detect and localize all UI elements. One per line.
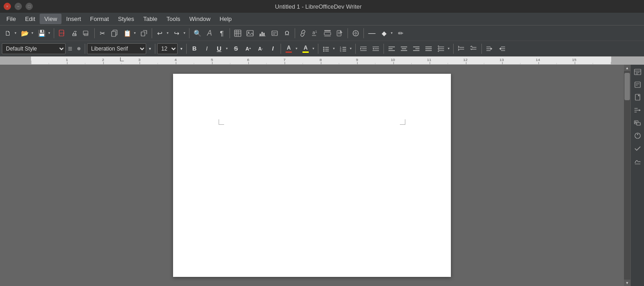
print-button[interactable]: 🖨 (68, 27, 80, 39)
shapes-btn-group[interactable]: ◆ ▾ (378, 27, 394, 40)
highlight-arrow[interactable]: ▾ (311, 43, 316, 55)
insert-special-char-button[interactable]: Ω (281, 27, 293, 39)
scroll-thumb[interactable] (624, 73, 630, 100)
para-spacing-increase-button[interactable] (455, 43, 467, 55)
para-spacing-decrease-button[interactable] (468, 43, 480, 55)
sidebar-styles-icon[interactable] (632, 79, 643, 90)
align-left-button[interactable] (386, 43, 398, 55)
character-style-button[interactable]: A (204, 27, 215, 39)
insert-image-button[interactable] (244, 27, 256, 39)
rtl-button[interactable] (496, 43, 508, 55)
list-bullet-btn-group[interactable]: ▾ (320, 42, 337, 55)
menu-styles[interactable]: Styles (113, 14, 138, 24)
copy-button[interactable] (109, 27, 121, 39)
font-name-arrow[interactable]: ▾ (147, 43, 153, 55)
style-list-button[interactable] (66, 43, 74, 55)
character-shadow-button[interactable]: I (267, 43, 279, 55)
minimize-button[interactable]: − (15, 3, 22, 10)
font-size-arrow[interactable]: ▾ (178, 43, 184, 55)
save-arrow[interactable]: ▾ (47, 27, 51, 39)
undo-btn-group[interactable]: ↩ ▾ (154, 27, 170, 40)
open-document-arrow[interactable]: ▾ (30, 27, 35, 39)
paste-arrow[interactable]: ▾ (133, 27, 137, 39)
indent-increase-button[interactable] (370, 43, 382, 55)
sidebar-navigator-2-icon[interactable] (632, 130, 643, 141)
menu-view[interactable]: View (40, 14, 61, 24)
strikethrough-button[interactable]: S (230, 43, 242, 55)
new-document-button[interactable]: 🗋 (2, 27, 13, 39)
italic-button[interactable]: I (201, 43, 213, 55)
menu-window[interactable]: Window (185, 14, 215, 24)
menu-format[interactable]: Format (86, 14, 113, 24)
shapes-arrow[interactable]: ▾ (389, 27, 394, 39)
highlight-button[interactable]: A (300, 43, 311, 55)
open-document-button[interactable]: 📂 (19, 27, 30, 39)
menu-insert[interactable]: Insert (61, 14, 86, 24)
vertical-scrollbar[interactable]: ▲ ▼ (624, 65, 630, 286)
clone-formatting-button[interactable] (138, 27, 150, 39)
navigator-button[interactable] (350, 27, 362, 39)
undo-arrow[interactable]: ▾ (165, 27, 170, 39)
list-bullet-arrow[interactable]: ▾ (332, 43, 336, 55)
ruler-content[interactable]: 1 2 3 4 5 6 7 8 9 10 11 12 13 14 15 (31, 56, 611, 64)
line-spacing-button[interactable] (435, 43, 446, 55)
insert-chart-button[interactable] (256, 27, 268, 39)
menu-table[interactable]: Table (138, 14, 162, 24)
underline-arrow[interactable]: ▾ (225, 43, 229, 55)
align-right-button[interactable] (410, 43, 422, 55)
menu-tools[interactable]: Tools (162, 14, 184, 24)
highlight-btn-group[interactable]: A ▾ (300, 42, 316, 55)
redo-btn-group[interactable]: ↪ ▾ (171, 27, 187, 40)
superscript-button[interactable]: A+ (242, 43, 254, 55)
font-name-select[interactable]: Liberation Serif (87, 43, 146, 54)
formatting-marks-button[interactable]: ¶ (216, 27, 228, 39)
page-break-button[interactable] (334, 27, 346, 39)
redo-button[interactable]: ↪ (171, 27, 182, 39)
sidebar-properties-icon[interactable] (632, 66, 643, 77)
sidebar-navigator-icon[interactable] (632, 105, 643, 116)
insert-table-button[interactable] (232, 27, 244, 39)
new-document-arrow[interactable]: ▾ (13, 27, 18, 39)
maximize-button[interactable]: □ (26, 3, 33, 10)
redo-arrow[interactable]: ▾ (182, 27, 187, 39)
document-container[interactable] (0, 65, 624, 286)
list-bullet-button[interactable] (321, 43, 332, 55)
save-btn-group[interactable]: 💾 ▾ (36, 27, 52, 40)
bold-button[interactable]: B (189, 43, 200, 55)
find-replace-button[interactable]: 🔍 (191, 27, 203, 39)
menu-edit[interactable]: Edit (20, 14, 40, 24)
scroll-up-button[interactable]: ▲ (624, 65, 630, 71)
insert-text-frame-button[interactable] (269, 27, 281, 39)
close-button[interactable]: × (4, 3, 11, 10)
paste-button[interactable]: 📋 (122, 27, 133, 39)
menu-help[interactable]: Help (215, 14, 236, 24)
sidebar-signature-icon[interactable] (632, 156, 643, 167)
font-size-select[interactable]: 12 (157, 43, 178, 54)
menu-file[interactable]: File (2, 14, 20, 24)
shapes-button[interactable]: ◆ (378, 27, 389, 39)
list-number-button[interactable]: 1.2.3. (337, 43, 348, 55)
align-justify-button[interactable] (423, 43, 434, 55)
undo-button[interactable]: ↩ (154, 27, 165, 39)
document-page[interactable] (173, 74, 451, 277)
new-style-button[interactable]: ⊕ (75, 43, 83, 55)
ruler[interactable]: 1 2 3 4 5 6 7 8 9 10 11 12 13 14 15 (0, 56, 644, 65)
ltr-button[interactable] (484, 43, 496, 55)
list-number-arrow[interactable]: ▾ (348, 43, 353, 55)
paragraph-style-select[interactable]: Default Style (2, 43, 66, 54)
new-document-btn-group[interactable]: 🗋 ▾ (2, 27, 18, 40)
sidebar-check-icon[interactable] (632, 143, 643, 154)
font-color-arrow[interactable]: ▾ (294, 43, 299, 55)
save-button[interactable]: 💾 (36, 27, 47, 39)
align-center-button[interactable] (398, 43, 410, 55)
print-preview-button[interactable] (81, 27, 92, 39)
line-spacing-arrow[interactable]: ▾ (446, 43, 451, 55)
font-color-btn-group[interactable]: A ▾ (283, 42, 299, 55)
cut-button[interactable]: ✂ (97, 27, 108, 39)
export-pdf-button[interactable]: PDF (56, 27, 68, 39)
list-number-btn-group[interactable]: 1.2.3. ▾ (337, 42, 353, 55)
indent-decrease-button[interactable] (358, 43, 369, 55)
scroll-down-button[interactable]: ▼ (624, 280, 630, 286)
underline-button[interactable]: U (214, 43, 225, 55)
cursor-button[interactable]: ✏ (395, 27, 407, 39)
